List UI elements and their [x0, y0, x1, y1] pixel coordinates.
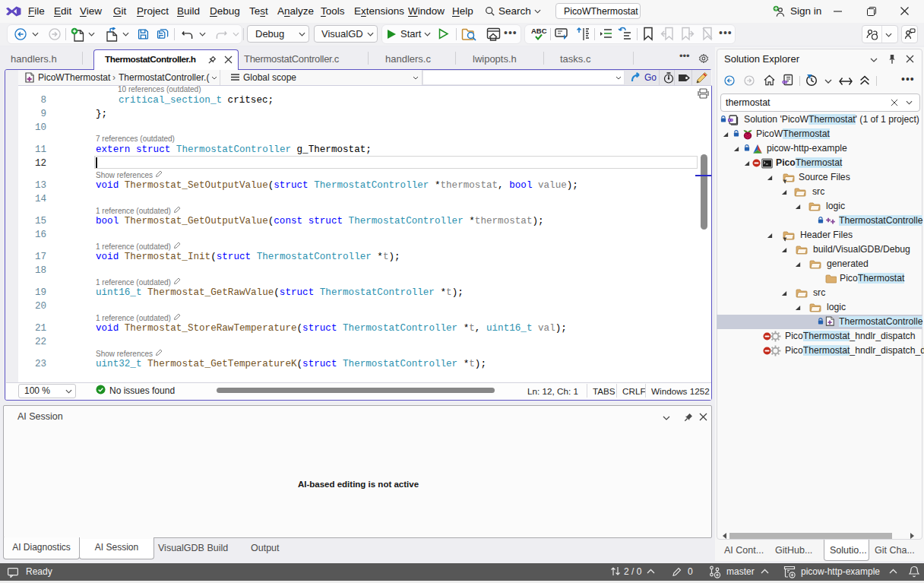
svg-text:ABC: ABC — [531, 27, 547, 35]
